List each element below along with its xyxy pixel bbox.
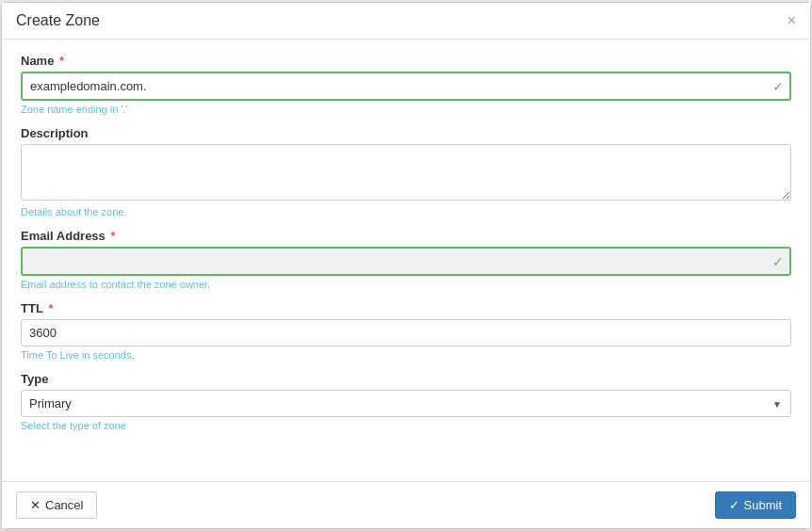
submit-label: Submit [744, 498, 782, 512]
cancel-icon: ✕ [30, 498, 41, 512]
modal-close-button[interactable]: × [788, 13, 796, 28]
description-textarea[interactable] [21, 144, 791, 201]
type-field-group: Type Primary Secondary Stealth Select th… [21, 372, 791, 431]
email-input-wrapper: ✓ [21, 247, 791, 276]
submit-button[interactable]: ✓ Submit [715, 491, 796, 519]
name-label: Name * [21, 54, 791, 68]
modal-header: Create Zone × [2, 3, 810, 40]
name-required-star: * [56, 54, 64, 68]
modal-footer: ✕ Cancel ✓ Submit [2, 481, 810, 528]
ttl-required-star: * [45, 301, 54, 315]
description-field-group: Description Details about the zone. [21, 126, 791, 217]
modal-overlay: Create Zone × Name * ✓ Zone name ending … [0, 0, 812, 531]
name-field-group: Name * ✓ Zone name ending in '.' [21, 54, 791, 115]
ttl-hint: Time To Live in seconds. [21, 349, 791, 361]
type-hint: Select the type of zone [21, 420, 791, 431]
ttl-field-group: TTL * Time To Live in seconds. [21, 301, 791, 361]
description-hint: Details about the zone. [21, 206, 791, 217]
description-label: Description [21, 126, 791, 140]
email-field-group: Email Address * ✓ Email address to conta… [21, 229, 791, 290]
ttl-label: TTL * [21, 301, 791, 315]
type-select[interactable]: Primary Secondary Stealth [21, 390, 791, 417]
ttl-input[interactable] [21, 319, 791, 346]
email-hint: Email address to contact the zone owner. [21, 279, 791, 290]
name-hint: Zone name ending in '.' [21, 104, 791, 115]
cancel-label: Cancel [45, 498, 83, 512]
email-valid-icon: ✓ [772, 254, 784, 269]
cancel-button[interactable]: ✕ Cancel [16, 491, 97, 519]
name-valid-icon: ✓ [772, 79, 784, 94]
type-label: Type [21, 372, 791, 386]
name-input-wrapper: ✓ [21, 72, 791, 101]
modal-body: Name * ✓ Zone name ending in '.' Descrip… [2, 40, 810, 481]
email-required-star: * [107, 229, 116, 243]
create-zone-modal: Create Zone × Name * ✓ Zone name ending … [1, 2, 811, 529]
modal-title: Create Zone [16, 12, 100, 29]
email-input[interactable] [21, 247, 791, 276]
email-label: Email Address * [21, 229, 791, 243]
submit-icon: ✓ [729, 498, 739, 512]
type-select-wrapper: Primary Secondary Stealth [21, 390, 791, 417]
name-input[interactable] [21, 72, 791, 101]
